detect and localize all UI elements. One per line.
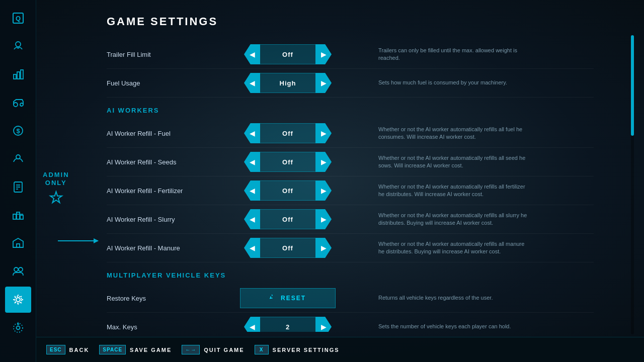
ai-slurry-value-display: Off — [260, 209, 315, 229]
ai-manure-description: Whether or not the AI worker automatical… — [338, 240, 529, 256]
setting-control-ai-seeds: ◀ Off ▶ — [237, 152, 338, 172]
quit-game-label: QUIT GAME — [204, 347, 244, 353]
sidebar-item-contracts[interactable] — [5, 174, 31, 200]
main-content: GAME SETTINGS Trailer Fill Limit ◀ Off ▶… — [36, 0, 644, 362]
fuel-value-display: High — [260, 73, 315, 93]
ai-fertilizer-increase-btn[interactable]: ▶ — [315, 180, 332, 201]
fuel-increase-btn[interactable]: ▶ — [315, 73, 332, 93]
sidebar-item-animals[interactable] — [5, 146, 31, 172]
admin-text: ADMINONLY — [43, 171, 69, 187]
setting-control-ai-manure: ◀ Off ▶ — [237, 238, 338, 258]
setting-control-ai-slurry: ◀ Off ▶ — [237, 209, 338, 229]
sidebar-item-settings[interactable] — [5, 287, 31, 313]
sidebar-item-multiplayer[interactable] — [5, 258, 31, 285]
scroll-track[interactable] — [631, 35, 634, 334]
svg-point-10 — [16, 155, 20, 159]
esc-key-badge: ESC — [46, 345, 65, 354]
fuel-description: Sets how much fuel is consumed by your m… — [338, 79, 529, 86]
x-key-badge: X — [255, 345, 269, 354]
ai-seeds-value-display: Off — [260, 152, 315, 172]
value-selector-ai-manure: ◀ Off ▶ — [244, 238, 332, 258]
bottom-bar: ESC BACK SPACE SAVE GAME ←→ QUIT GAME X … — [36, 337, 644, 362]
admin-only-badge: ADMINONLY ★ — [43, 171, 69, 206]
sidebar-item-economy[interactable]: $ — [5, 118, 31, 144]
setting-row-ai-fertilizer: AI Worker Refill - Fertilizer ◀ Off ▶ Wh… — [107, 176, 594, 205]
multiplayer-section-header: MULTIPLAYER VEHICLE KEYS — [107, 272, 594, 279]
sidebar-item-vehicles[interactable] — [5, 89, 31, 116]
server-settings-label: SERVER SETTINGS — [273, 347, 340, 353]
svg-text:Q: Q — [15, 15, 20, 22]
setting-label-ai-slurry: AI Worker Refill - Slurry — [107, 216, 237, 223]
ai-fertilizer-decrease-btn[interactable]: ◀ — [244, 180, 260, 201]
svg-point-7 — [20, 103, 23, 106]
svg-point-24 — [16, 326, 20, 330]
value-selector-max-keys: ◀ 2 ▶ — [244, 317, 332, 332]
sidebar: Q $ — [0, 0, 36, 362]
setting-control-ai-fuel: ◀ Off ▶ — [237, 123, 338, 143]
ai-fuel-description: Whether or not the AI worker automatical… — [338, 126, 529, 141]
setting-label-restore-keys: Restore Keys — [107, 295, 237, 302]
ai-manure-decrease-btn[interactable]: ◀ — [244, 238, 260, 258]
save-game-button[interactable]: SPACE SAVE GAME — [99, 345, 172, 354]
sidebar-item-stats[interactable] — [5, 61, 31, 87]
setting-label-fuel: Fuel Usage — [107, 79, 237, 87]
max-keys-increase-btn[interactable]: ▶ — [315, 317, 332, 332]
sidebar-item-menu[interactable]: Q — [5, 5, 31, 31]
server-settings-button[interactable]: X SERVER SETTINGS — [255, 345, 340, 354]
svg-point-25 — [14, 323, 23, 332]
fuel-decrease-btn[interactable]: ◀ — [244, 73, 260, 93]
sidebar-item-gear[interactable] — [5, 315, 31, 341]
admin-star-icon: ★ — [49, 189, 63, 206]
setting-label-ai-fuel: AI Worker Refill - Fuel — [107, 130, 237, 137]
save-game-label: SAVE GAME — [130, 347, 172, 353]
back-label: BACK — [69, 347, 90, 353]
ai-seeds-decrease-btn[interactable]: ◀ — [244, 152, 260, 172]
ai-seeds-increase-btn[interactable]: ▶ — [315, 152, 332, 172]
svg-rect-4 — [17, 72, 20, 79]
page-title: GAME SETTINGS — [107, 15, 624, 28]
trailer-value-display: Off — [260, 44, 315, 64]
max-keys-description: Sets the number of vehicle keys each pla… — [338, 323, 529, 330]
setting-row-ai-seeds: AI Worker Refill - Seeds ◀ Off ▶ Whether… — [107, 148, 594, 176]
ai-fuel-decrease-btn[interactable]: ◀ — [244, 123, 260, 143]
arrow-line — [58, 240, 98, 241]
back-button[interactable]: ESC BACK — [46, 345, 89, 354]
setting-control-max-keys: ◀ 2 ▶ — [237, 317, 338, 332]
ai-slurry-decrease-btn[interactable]: ◀ — [244, 209, 260, 229]
setting-label-ai-manure: AI Worker Refill - Manure — [107, 244, 237, 252]
sidebar-item-weather[interactable] — [5, 33, 31, 59]
trailer-description: Trailers can only be filled until the ma… — [338, 47, 529, 62]
svg-text:$: $ — [16, 127, 20, 135]
ai-slurry-increase-btn[interactable]: ▶ — [315, 209, 332, 229]
setting-row-trailer-fill-limit: Trailer Fill Limit ◀ Off ▶ Trailers can … — [107, 40, 594, 69]
setting-label-ai-fertilizer: AI Worker Refill - Fertilizer — [107, 187, 237, 195]
restore-keys-description: Returns all vehicle keys regardless of t… — [338, 294, 529, 302]
trailer-increase-btn[interactable]: ▶ — [315, 44, 332, 64]
restore-keys-button[interactable]: RESET — [240, 288, 336, 308]
trailer-decrease-btn[interactable]: ◀ — [244, 44, 260, 64]
svg-point-20 — [14, 267, 18, 272]
value-selector-ai-slurry: ◀ Off ▶ — [244, 209, 332, 229]
svg-point-22 — [16, 298, 20, 302]
setting-row-ai-slurry: AI Worker Refill - Slurry ◀ Off ▶ Whethe… — [107, 205, 594, 234]
value-selector-ai-fuel: ◀ Off ▶ — [244, 123, 332, 143]
settings-container[interactable]: Trailer Fill Limit ◀ Off ▶ Trailers can … — [107, 40, 624, 332]
space-key-badge: SPACE — [99, 345, 126, 354]
max-keys-value-display: 2 — [260, 317, 315, 332]
setting-row-ai-fuel: AI Worker Refill - Fuel ◀ Off ▶ Whether … — [107, 119, 594, 148]
sidebar-item-production[interactable] — [5, 202, 31, 228]
ai-fuel-value-display: Off — [260, 123, 315, 143]
value-selector-ai-seeds: ◀ Off ▶ — [244, 152, 332, 172]
arrow-key-badge: ←→ — [182, 345, 200, 354]
max-keys-decrease-btn[interactable]: ◀ — [244, 317, 260, 332]
admin-arrow — [58, 240, 98, 241]
ai-manure-increase-btn[interactable]: ▶ — [315, 238, 332, 258]
ai-fuel-increase-btn[interactable]: ▶ — [315, 123, 332, 143]
svg-rect-19 — [17, 244, 20, 247]
ai-seeds-description: Whether or not the AI worker automatical… — [338, 154, 529, 170]
ai-manure-value-display: Off — [260, 238, 315, 258]
quit-game-button[interactable]: ←→ QUIT GAME — [182, 345, 244, 354]
sidebar-item-buildings[interactable] — [5, 230, 31, 256]
ai-workers-section-header: AI WORKERS — [107, 107, 594, 114]
ai-fertilizer-description: Whether or not the AI worker automatical… — [338, 183, 529, 199]
